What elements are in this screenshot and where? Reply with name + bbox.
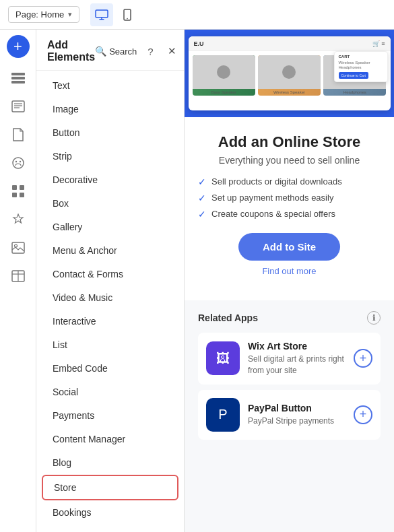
panel-header: Add Elements 🔍 Search ? ✕ (36, 30, 184, 71)
app-name-paypal-button: PayPal Button (248, 403, 346, 413)
page-label: Page: Home (15, 9, 64, 20)
sidebar-icon-design[interactable] (5, 149, 32, 176)
app-icon-wix-art-store: 🖼 (206, 341, 240, 375)
mockup-product-1: Bass Speaker (193, 55, 255, 96)
svg-rect-15 (12, 193, 17, 197)
svg-point-18 (14, 244, 17, 247)
store-preview: E.U 🛒 ≡ Bass Speaker Wireless Speaker He… (185, 30, 394, 117)
feature-item: ✓Create coupons & special offers (198, 209, 381, 220)
check-icon: ✓ (198, 209, 206, 220)
element-item-menu-anchor[interactable]: Menu & Anchor (42, 239, 178, 262)
element-item-video-music[interactable]: Video & Music (42, 286, 178, 309)
related-apps-section: Related Apps ℹ 🖼 Wix Art Store Sell digi… (185, 300, 394, 456)
preview-mockup: E.U 🛒 ≡ Bass Speaker Wireless Speaker He… (189, 36, 391, 110)
sidebar-icon-blog[interactable] (5, 93, 32, 120)
sidebar-icon-elements[interactable] (5, 65, 32, 92)
search-button[interactable]: 🔍 Search (95, 46, 137, 57)
close-icon: ✕ (168, 45, 176, 57)
mockup-logo: E.U (194, 40, 204, 47)
store-subtitle: Everything you need to sell online (198, 155, 381, 166)
feature-item: ✓Set up payment methods easily (198, 193, 381, 203)
product-label-1: Bass Speaker (193, 89, 255, 96)
related-apps-header: Related Apps ℹ (198, 311, 381, 325)
element-item-button[interactable]: Button (42, 121, 178, 144)
add-elements-panel: Add Elements 🔍 Search ? ✕ TextImageButto… (36, 30, 185, 532)
mobile-device-btn[interactable] (116, 3, 139, 26)
product-label-3: Headphones (323, 89, 386, 96)
element-item-social[interactable]: Social (42, 380, 178, 403)
svg-point-11 (15, 161, 16, 162)
element-item-contact-forms[interactable]: Contact & Forms (42, 263, 178, 286)
element-item-embed-code[interactable]: Embed Code (42, 357, 178, 380)
svg-rect-3 (11, 73, 25, 75)
add-to-site-button[interactable]: Add to Site (238, 233, 340, 261)
svg-rect-13 (12, 185, 17, 190)
app-info-paypal-button: PayPal Button PayPal Stripe payments (248, 403, 346, 427)
element-item-strip[interactable]: Strip (42, 145, 178, 168)
store-title: Add an Online Store (198, 133, 381, 151)
element-item-text[interactable]: Text (42, 74, 178, 97)
desktop-device-btn[interactable] (90, 3, 113, 26)
app-info-wix-art-store: Wix Art Store Sell digital art & prints … (248, 341, 346, 376)
app-name-wix-art-store: Wix Art Store (248, 341, 346, 352)
search-label: Search (109, 46, 137, 57)
svg-rect-4 (11, 77, 25, 79)
related-apps-title: Related Apps (198, 312, 258, 323)
elements-list: TextImageButtonStripDecorativeBoxGallery… (36, 71, 184, 532)
sidebar-icon-media[interactable] (5, 234, 32, 261)
app-icon-paypal-button: P (206, 398, 240, 432)
svg-rect-16 (20, 193, 24, 197)
sidebar-icon-pages[interactable] (5, 121, 32, 148)
top-bar: Page: Home ▾ (0, 0, 394, 30)
help-button[interactable]: ? (142, 43, 158, 59)
sidebar-icon-tables[interactable] (5, 263, 32, 290)
element-item-blog[interactable]: Blog (42, 451, 178, 474)
app-desc-paypal-button: PayPal Stripe payments (248, 415, 346, 427)
element-item-content-manager[interactable]: Content Manager (42, 428, 178, 451)
element-item-payments[interactable]: Payments (42, 404, 178, 427)
app-item-wix-art-store: 🖼 Wix Art Store Sell digital art & print… (198, 333, 381, 385)
panel-title: Add Elements (47, 39, 95, 63)
main-area: Add Elements 🔍 Search ? ✕ TextImageButto… (36, 30, 394, 532)
chevron-down-icon: ▾ (68, 10, 72, 19)
content-panel: E.U 🛒 ≡ Bass Speaker Wireless Speaker He… (185, 30, 394, 532)
product-label-2: Wireless Speaker (258, 89, 321, 96)
svg-rect-6 (12, 101, 24, 112)
svg-rect-17 (12, 242, 24, 253)
element-item-gallery[interactable]: Gallery (42, 215, 178, 238)
mockup-product-2: Wireless Speaker (258, 55, 321, 96)
svg-rect-14 (20, 185, 24, 190)
element-item-store[interactable]: Store (42, 475, 178, 500)
features-list: ✓Sell products or digital downloads✓Set … (198, 176, 381, 220)
element-item-interactive[interactable]: Interactive (42, 310, 178, 333)
apps-list: 🖼 Wix Art Store Sell digital art & print… (198, 333, 381, 440)
sidebar-icon-widgets[interactable] (5, 206, 32, 233)
page-selector[interactable]: Page: Home ▾ (8, 6, 79, 23)
svg-point-12 (19, 161, 20, 162)
svg-rect-5 (11, 81, 25, 84)
svg-point-10 (13, 158, 24, 168)
element-item-bookings[interactable]: Bookings (42, 501, 178, 524)
feature-item: ✓Sell products or digital downloads (198, 176, 381, 187)
find-out-more-link[interactable]: Find out more (198, 266, 381, 276)
left-sidebar: + (0, 30, 36, 532)
add-app-btn-paypal-button[interactable]: + (354, 405, 372, 424)
app-item-paypal-button: P PayPal Button PayPal Stripe payments + (198, 390, 381, 440)
element-item-list[interactable]: List (42, 333, 178, 356)
app-desc-wix-art-store: Sell digital art & prints right from you… (248, 354, 346, 376)
check-icon: ✓ (198, 193, 206, 203)
element-item-decorative[interactable]: Decorative (42, 168, 178, 191)
element-item-box[interactable]: Box (42, 192, 178, 215)
sidebar-icon-apps[interactable] (5, 178, 32, 205)
mockup-cart: 🛒 ≡ (372, 40, 385, 47)
svg-point-2 (127, 18, 128, 19)
add-app-btn-wix-art-store[interactable]: + (354, 349, 372, 368)
help-icon: ? (147, 46, 153, 57)
search-icon: 🔍 (95, 46, 106, 57)
close-button[interactable]: ✕ (164, 43, 180, 59)
add-button[interactable]: + (7, 35, 30, 58)
panel-header-actions: 🔍 Search ? ✕ (95, 43, 180, 59)
svg-rect-0 (96, 10, 108, 18)
info-icon[interactable]: ℹ (367, 311, 381, 325)
element-item-image[interactable]: Image (42, 98, 178, 121)
